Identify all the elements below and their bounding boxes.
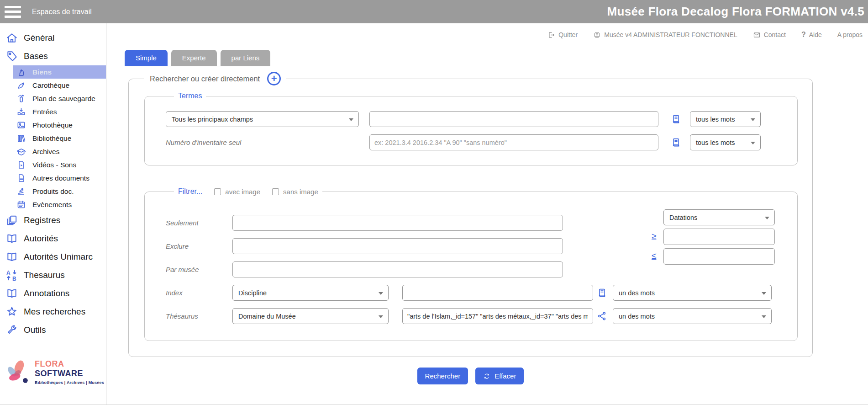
sidebar-item-biblioth-que[interactable]: Bibliothèque xyxy=(13,132,106,145)
thesaurus-match-select[interactable]: un des mots xyxy=(613,308,772,324)
about-link[interactable]: A propos xyxy=(837,31,863,38)
app-window: Espaces de travail Musée Flora Decalog F… xyxy=(0,0,868,405)
svg-text:B: B xyxy=(12,276,16,281)
index-field-select[interactable]: Discipline xyxy=(232,285,389,301)
utility-header: Quitter Musée v4 ADMINISTRATEUR FONCTION… xyxy=(106,23,868,46)
sidebar-item-autorit-s[interactable]: Autorités xyxy=(0,229,106,248)
sidebar-item-vid-os-sons[interactable]: Vidéos - Sons xyxy=(13,158,106,171)
tab-simple[interactable]: Simple xyxy=(125,50,168,66)
datation-max-row: ≤ xyxy=(663,248,775,265)
envelope-icon xyxy=(753,31,761,39)
help-link[interactable]: ? Aide xyxy=(801,31,822,39)
termes-row-main: Tous les principaux champs tous les mots xyxy=(166,111,797,127)
index-lookup-book-icon[interactable] xyxy=(671,138,681,147)
workspace-label[interactable]: Espaces de travail xyxy=(32,8,92,16)
sidebar-item-label: Photothèque xyxy=(32,121,73,129)
thesaurus-value-input[interactable] xyxy=(402,308,593,324)
open-book-icon xyxy=(6,288,18,299)
search-button[interactable]: Rechercher xyxy=(417,368,468,384)
archive-box-icon xyxy=(16,147,26,156)
thesaurus-tree-share-icon[interactable] xyxy=(597,311,607,321)
top-bar: Espaces de travail Musée Flora Decalog F… xyxy=(0,0,868,23)
contact-link[interactable]: Contact xyxy=(753,31,786,39)
main-content: Quitter Musée v4 ADMINISTRATEUR FONCTION… xyxy=(106,23,868,405)
sidebar-item-caroth-que[interactable]: Carothèque xyxy=(13,79,106,92)
sidebar-item-phototh-que[interactable]: Photothèque xyxy=(13,118,106,132)
seulement-input[interactable] xyxy=(232,215,563,231)
hamburger-menu-icon[interactable] xyxy=(5,6,21,18)
datation-min-input[interactable] xyxy=(663,229,775,245)
with-image-checkbox[interactable] xyxy=(214,188,221,195)
open-book-icon xyxy=(6,233,18,245)
sidebar-item-plan-de-sauvegarde[interactable]: Plan de sauvegarde xyxy=(13,92,106,105)
user-account[interactable]: Musée v4 ADMINISTRATEUR FONCTIONNEL xyxy=(593,31,737,39)
datations-column: Datations ≥ ≤ xyxy=(663,209,775,265)
chess-knight-icon xyxy=(16,67,26,77)
with-image-checkbox-group[interactable]: avec image xyxy=(214,188,260,196)
sidebar-item-entr-es[interactable]: Entrées xyxy=(13,105,106,118)
sidebar-item-autres-documents[interactable]: Autres documents xyxy=(13,171,106,185)
tab-par-liens[interactable]: par Liens xyxy=(221,50,271,66)
index-lookup-book-icon[interactable] xyxy=(671,114,681,124)
sidebar-item-bases[interactable]: Bases xyxy=(0,47,106,65)
star-icon xyxy=(6,306,18,318)
termes-row-inventory: Numéro d'inventaire seul tous les mots xyxy=(166,134,797,150)
wrench-icon xyxy=(6,324,18,336)
filter-section: Filtrer... avec image sans image Seuleme… xyxy=(144,187,798,341)
par-musee-input[interactable] xyxy=(232,261,563,277)
without-image-checkbox-group[interactable]: sans image xyxy=(272,188,318,196)
sidebar-item-label: Archives xyxy=(32,148,59,156)
greater-equal-link[interactable]: ≥ xyxy=(652,232,656,240)
seulement-label: Seulement xyxy=(166,219,232,227)
sidebar-item-mes-recherches[interactable]: Mes recherches xyxy=(0,303,106,321)
sidebar-item-g-n-ral[interactable]: Général xyxy=(0,29,106,47)
sidebar-item-thesaurus[interactable]: ABThesaurus xyxy=(0,266,106,284)
tab-experte[interactable]: Experte xyxy=(171,50,217,66)
create-plus-button[interactable]: + xyxy=(267,72,281,85)
terms-search-input[interactable] xyxy=(369,111,658,127)
sidebar-item-outils[interactable]: Outils xyxy=(0,321,106,339)
sidebar-item-label: Outils xyxy=(24,325,46,335)
refresh-icon xyxy=(483,373,490,380)
sidebar-item-label: Biens xyxy=(32,68,52,76)
inventory-number-input[interactable] xyxy=(369,134,658,150)
fire-extinguisher-icon xyxy=(16,94,26,103)
sidebar-item-biens[interactable]: Biens xyxy=(13,65,106,79)
index-match-select[interactable]: un des mots xyxy=(613,285,772,301)
less-equal-link[interactable]: ≤ xyxy=(652,251,656,260)
match-mode-select-1[interactable]: tous les mots xyxy=(690,111,761,127)
flora-logo-tagline: Bibliothèques | Archives | Musées xyxy=(35,380,106,385)
sidebar-item-autorit-s-unimarc[interactable]: Autorités Unimarc xyxy=(0,248,106,266)
sidebar-item-archives[interactable]: Archives xyxy=(13,145,106,158)
thesaurus-label: Thésaurus xyxy=(166,312,232,320)
user-icon xyxy=(593,31,601,39)
exclure-input[interactable] xyxy=(232,238,563,254)
filter-row-thesaurus: Thésaurus Domaine du Musée un des mots xyxy=(166,308,797,324)
video-file-icon xyxy=(16,160,26,170)
quit-link[interactable]: Quitter xyxy=(547,31,578,39)
exclure-label: Exclure xyxy=(166,242,232,250)
sidebar-item-label: Registres xyxy=(24,215,60,225)
clear-button[interactable]: Effacer xyxy=(475,368,524,384)
sidebar-item-registres[interactable]: Registres xyxy=(0,211,106,229)
without-image-checkbox[interactable] xyxy=(272,188,279,195)
datations-select[interactable]: Datations xyxy=(663,209,775,225)
sidebar-item-annotations[interactable]: Annotations xyxy=(0,284,106,303)
index-value-input[interactable] xyxy=(402,285,593,301)
field-scope-select[interactable]: Tous les principaux champs xyxy=(166,111,359,127)
library-books-icon xyxy=(16,133,26,143)
sidebar-item-label: Plan de sauvegarde xyxy=(32,95,95,103)
sidebar-item-produits-doc[interactable]: Produits doc. xyxy=(13,185,106,198)
core-sample-icon xyxy=(16,80,26,90)
chevron-down-icon xyxy=(762,292,766,295)
chevron-down-icon xyxy=(762,315,766,318)
sidebar-item-label: Bibliothèque xyxy=(32,134,71,143)
flora-logo: FLORA SOFTWARE Bibliothèques | Archives … xyxy=(0,358,106,405)
sidebar-item-label: Autorités Unimarc xyxy=(24,252,93,262)
match-mode-select-2[interactable]: tous les mots xyxy=(690,134,761,150)
sidebar-item-label: Mes recherches xyxy=(24,307,85,317)
datation-max-input[interactable] xyxy=(663,248,775,265)
index-lookup-book-icon[interactable] xyxy=(597,288,607,298)
sidebar-item-ev-nements[interactable]: Evènements xyxy=(13,198,106,211)
thesaurus-domain-select[interactable]: Domaine du Musée xyxy=(232,308,389,324)
